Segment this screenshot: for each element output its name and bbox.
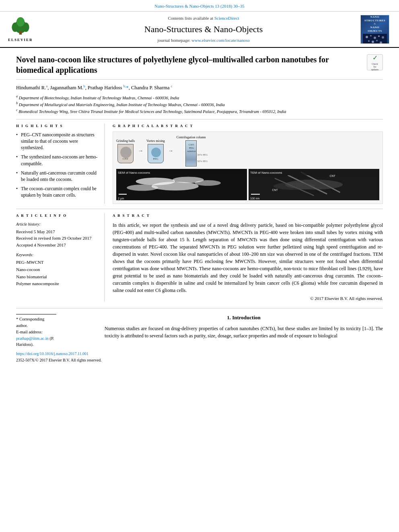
svg-rect-24	[119, 194, 127, 195]
graphical-abstract-label: G R A P H I C A L A B S T R A C T	[113, 123, 383, 129]
elsevier-logo-area: ELSEVIER	[8, 15, 48, 44]
svg-text:CNT: CNT	[272, 189, 278, 191]
article-history: Article history: Received 5 May 2017 Rec…	[16, 222, 99, 249]
accepted-date: Accepted 4 November 2017	[16, 242, 99, 249]
highlight-item-1: PEG–CNT nanocomposite as structures simi…	[16, 131, 99, 151]
intro-text: Numerous studies are focused on drug-del…	[105, 325, 383, 339]
introduction-content: 1. Introduction Numerous studies are foc…	[105, 314, 383, 363]
article-title-section: Novel nano-cocoon like structures of pol…	[16, 54, 383, 80]
tem-image: TEM of Nano-cocoons CNT CNT 100 nm	[249, 169, 379, 200]
keyword-4: Polymer nanocomposite	[16, 280, 99, 288]
introduction-section: * Corresponding author. E-mail address: …	[16, 308, 383, 363]
journal-homepage-link[interactable]: www.elsevier.com/locate/nanoso	[191, 38, 250, 43]
svg-point-7	[366, 36, 368, 38]
abstract-label: A B S T R A C T	[113, 213, 383, 218]
svg-point-21	[127, 185, 158, 191]
article-title-text: Novel nano-cocoon like structures of pol…	[16, 54, 360, 75]
check-updates-icon: ✓	[372, 53, 378, 62]
keyword-2: Nano-cocoon	[16, 266, 99, 273]
highlights-label: H I G H L I G H T S	[16, 123, 99, 129]
intro-heading: 1. Introduction	[105, 314, 383, 321]
footnote-area: * Corresponding author. E-mail address: …	[16, 314, 56, 348]
svg-text:2 μm: 2 μm	[118, 197, 124, 200]
svg-rect-5	[19, 31, 21, 35]
journal-homepage-line: journal homepage: www.elsevier.com/locat…	[48, 37, 359, 43]
affil-c: Biomedical Technology Wing, Sree Chitra …	[19, 109, 286, 114]
history-label: Article history:	[16, 222, 99, 227]
check-updates-text: Checkforupdates	[371, 63, 378, 72]
highlight-item-3: Naturally anti-cancerous curcumin could …	[16, 170, 99, 183]
email-link[interactable]: prathap@iitm.ac.in	[16, 336, 49, 341]
svg-point-20	[195, 180, 221, 186]
top-header: Nano-Structures & Nano-Objects 13 (2018)…	[0, 0, 399, 12]
elsevier-tree-icon	[10, 16, 31, 37]
keyword-3: Nano biomaterial	[16, 273, 99, 281]
intro-left-footnotes: * Corresponding author. E-mail address: …	[16, 314, 105, 363]
svg-text:SEM of Nano-cocoons: SEM of Nano-cocoons	[118, 171, 150, 175]
nano-logo-box: NANO STRUCTURES & NANO OBJECTS	[360, 15, 389, 44]
article-info-abstract-section: A R T I C L E I N F O Article history: R…	[16, 209, 383, 302]
affil-a: Department of Biotechnology, Indian Inst…	[19, 95, 179, 100]
journal-ref-link[interactable]: Nano-Structures & Nano-Objects 13 (2018)…	[154, 4, 244, 8]
journal-center-info: Contents lists available at ScienceDirec…	[48, 15, 359, 44]
sem-image: SEM of Nano-cocoons 2 μm	[116, 169, 247, 200]
svg-point-9	[374, 37, 376, 39]
svg-point-31	[274, 183, 315, 190]
svg-point-19	[152, 182, 199, 191]
svg-point-11	[382, 36, 384, 39]
svg-point-12	[368, 40, 370, 42]
copyright-line: © 2017 Elsevier B.V. All rights reserved…	[113, 296, 383, 302]
highlights-list: PEG–CNT nanocomposite as structures simi…	[16, 131, 99, 198]
nano-logo-image	[363, 34, 387, 43]
article-info-column: A R T I C L E I N F O Article history: R…	[16, 213, 105, 302]
check-updates-badge: ✓ Checkforupdates	[367, 54, 383, 70]
highlights-graphical-section: H I G H L I G H T S PEG–CNT nanocomposit…	[16, 119, 383, 204]
keyword-1: PEG–MWCNT	[16, 259, 99, 266]
journal-banner: ELSEVIER Contents lists available at Sci…	[0, 12, 399, 48]
keywords-section: Keywords: PEG–MWCNT Nano-cocoon Nano bio…	[16, 252, 99, 287]
contents-available-text: Contents lists available at ScienceDirec…	[48, 15, 359, 21]
article-info-label: A R T I C L E I N F O	[16, 213, 99, 218]
affiliations: a Department of Biotechnology, Indian In…	[16, 94, 383, 115]
article-title: Novel nano-cocoon like structures of pol…	[16, 54, 360, 75]
highlight-item-4: The cocoon–curcumin complex could be upt…	[16, 185, 99, 198]
svg-point-10	[378, 35, 380, 37]
corresponding-note: * Corresponding author.	[16, 316, 56, 329]
abstract-column: A B S T R A C T In this article, we repo…	[113, 213, 383, 302]
doi-link[interactable]: https://doi.org/10.1016/j.nanoso.2017.11…	[16, 351, 105, 357]
elsevier-wordmark: ELSEVIER	[8, 37, 33, 43]
svg-point-8	[370, 35, 372, 37]
graphical-abstract-image: Grinding balls CNT → Vortex mixing	[113, 131, 383, 204]
issn-line: 2352-507X/© 2017 Elsevier B.V. All right…	[16, 357, 105, 363]
abstract-text: In this article, we report the synthesis…	[113, 222, 383, 294]
affil-b: Department of Metallurgical and Material…	[19, 103, 225, 107]
svg-point-4	[16, 17, 25, 27]
email-line: E-mail address: prathap@iitm.ac.in (P. H…	[16, 329, 56, 348]
received-date: Received 5 May 2017	[16, 228, 99, 235]
nano-logo-area: NANO STRUCTURES & NANO OBJECTS	[359, 15, 391, 44]
svg-text:TEM of Nano-cocoons: TEM of Nano-cocoons	[250, 171, 282, 175]
highlight-item-2: The synthesized nano-cocoons are hemo-co…	[16, 154, 99, 166]
sciencedirect-link[interactable]: ScienceDirect	[214, 16, 239, 21]
journal-title: Nano-Structures & Nano-Objects	[48, 23, 359, 36]
svg-rect-36	[251, 194, 260, 195]
svg-point-14	[376, 40, 378, 41]
svg-text:100 nm: 100 nm	[250, 197, 260, 200]
revised-date: Received in revised form 29 October 2017	[16, 235, 99, 242]
authors-line: Hindumathi R.a, Jagannatham M.b, Prathap…	[16, 84, 383, 92]
keywords-list: PEG–MWCNT Nano-cocoon Nano biomaterial P…	[16, 259, 99, 287]
article-container: Novel nano-cocoon like structures of pol…	[0, 48, 399, 371]
keywords-label: Keywords:	[16, 252, 99, 258]
svg-point-13	[372, 41, 374, 43]
svg-text:CNT: CNT	[330, 175, 336, 177]
graphical-abstract-column: G R A P H I C A L A B S T R A C T Grindi…	[113, 123, 383, 204]
highlights-column: H I G H L I G H T S PEG–CNT nanocomposit…	[16, 123, 105, 204]
